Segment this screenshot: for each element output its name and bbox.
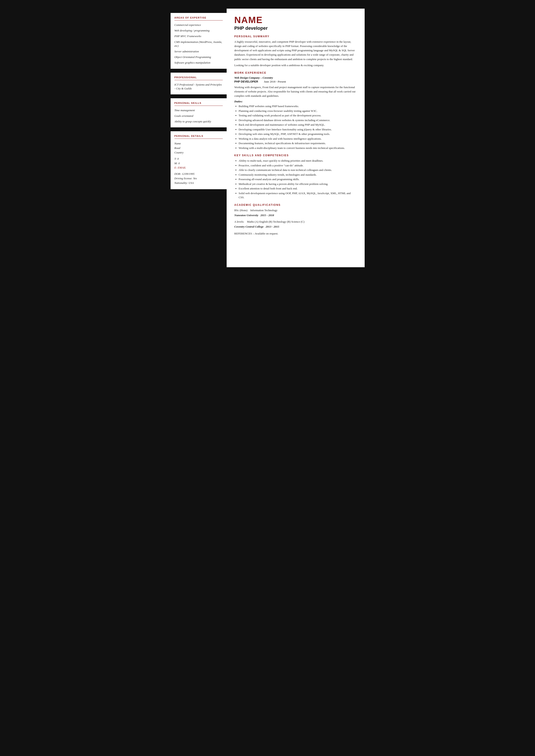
qual1-years: 2015 - 2018 [261,214,274,217]
qual1-institution: Nuneaton University [235,214,259,217]
qual2-institution: Coventry Central College [235,225,264,228]
qual2-subjects: Maths (A) English (B) Technology (B) Sci… [247,220,304,223]
qual2-label: A levels: [235,220,244,223]
detail-country: Country [175,150,223,155]
duty-2: Planning and conducting cross-browser us… [239,109,357,113]
work-intro: Working with designers, Front End and pr… [235,85,357,98]
personal-skills-section: PERSONAL SKILLS Time management Goals or… [171,98,227,127]
duty-3: Testing and validating work produced as … [239,113,357,118]
key-skills-list: Ability to multi-task, react quickly to … [235,159,357,200]
key-skills-heading: KEY SKILLS AND COMPETENCIES [235,154,357,157]
personal-summary-heading: PERSONAL SUMMARY [235,35,357,38]
personal-skills-heading: PERSONAL SKILLS [175,102,223,106]
duties-list: Building PHP websites using PHP based fr… [235,104,357,150]
skill-1: Ability to multi-task, react quickly to … [239,159,357,163]
qual2-institution-row: Coventry Central College 2013 - 2015 [235,225,357,229]
detail-driving: Driving license: Yes [175,176,223,181]
expertise-item-4: CMS implementation (WordPress, Joomla, e… [175,40,223,48]
duty-7: Developing web sites using MySQL, PHP, A… [239,132,357,136]
skill-7: Excellent attention to detail both front… [239,186,357,191]
qual1-row: BSc (Hons) Information Technology [235,208,357,212]
skill-item-3: Ability to grasp concepts quickly [175,120,223,123]
skill-item-1: Time management [175,108,223,112]
sidebar: AREAS OF EXPERTISE Commercial experience… [171,9,227,267]
role-line: PHP DEVELOPER June 2018 - Present [235,80,357,83]
company-name: Web Design Company – Coventry [235,76,357,80]
detail-email: E: EMAIL [175,166,223,170]
duties-label: Duties: [235,100,357,103]
duty-1: Building PHP websites using PHP based fr… [239,104,357,108]
personal-summary-p1: A highly resourceful, innovative, and co… [235,40,357,62]
duty-10: Working with a multi-disciplinary team t… [239,146,357,150]
professional-item-1: ICT Professional - Systems and Principle… [175,83,223,91]
expertise-item-7: Software graphics manipulation [175,61,223,65]
duty-4: Developing advanced database driven webs… [239,118,357,122]
expertise-item-6: Object Orientated Programming [175,55,223,59]
detail-dob: DOB: 12/09/1995 [175,172,223,176]
skill-2: Proactive, confident and with a positive… [239,163,357,168]
qual1-degree: BSc (Hons) [235,209,247,212]
detail-mobile: M: 0 [175,161,223,166]
expertise-item-2: Web developing / programming [175,29,223,33]
skill-3: Able to clearly communicate technical da… [239,168,357,172]
skill-item-2: Goals orientated [175,114,223,118]
expertise-heading: AREAS OF EXPERTISE [175,16,223,20]
personal-summary-p2: Looking for a suitable developer positio… [235,63,357,68]
work-experience-heading: WORK EXPERIENCE [235,71,357,74]
expertise-section: AREAS OF EXPERTISE Commercial experience… [171,13,227,69]
duty-9: Documenting features, technical specific… [239,141,357,146]
skill-6: Methodical yet creative & having a prove… [239,182,357,186]
detail-road: Road [175,146,223,150]
role-label: PHP DEVELOPER [235,80,258,83]
professional-section: PROFESSIONAL ICT Professional - Systems … [171,73,227,94]
skill-4: Continuously monitoring industry trends,… [239,173,357,177]
detail-tel: T: 0 [175,157,223,161]
job-title: PHP developer [235,25,357,31]
qual2-years: 2013 - 2015 [266,225,279,228]
personal-details-heading: PERSONAL DETAILS [175,135,223,139]
candidate-name: NAME [235,15,357,25]
qual2-row: A levels: Maths (A) English (B) Technolo… [235,220,357,224]
detail-name: Name [175,141,223,146]
personal-details-section: PERSONAL DETAILS Name Road Country T: 0 … [171,131,227,189]
professional-heading: PROFESSIONAL [175,76,223,80]
references-label: REFERENCES [235,232,252,235]
duty-8: Working in a data analyst role and with … [239,137,357,141]
expertise-item-5: Server administration [175,50,223,53]
references: REFERENCES – Available on request. [235,232,357,235]
role-dates: June 2018 - Present [264,80,286,83]
expertise-item-1: Commercial experience [175,23,223,27]
qual1-institution-row: Nuneaton University 2015 - 2018 [235,213,357,217]
detail-nationality: Nationality: USA [175,181,223,185]
skill-8: Solid web development experience using O… [239,191,357,200]
expertise-item-3: PHP MVC Frameworks [175,34,223,38]
skill-5: Possessing all-round analysis and progra… [239,177,357,181]
qual1-field: Information Technology [250,209,277,212]
duty-5: Back end development and maintenance of … [239,122,357,127]
resume-page: AREAS OF EXPERTISE Commercial experience… [171,9,365,267]
duty-6: Developing compatible User Interface fun… [239,127,357,132]
main-content: NAME PHP developer PERSONAL SUMMARY A hi… [227,9,365,267]
academic-heading: ACADEMIC QUALIFICATIONS [235,203,357,206]
references-text: – Available on request. [253,232,278,235]
